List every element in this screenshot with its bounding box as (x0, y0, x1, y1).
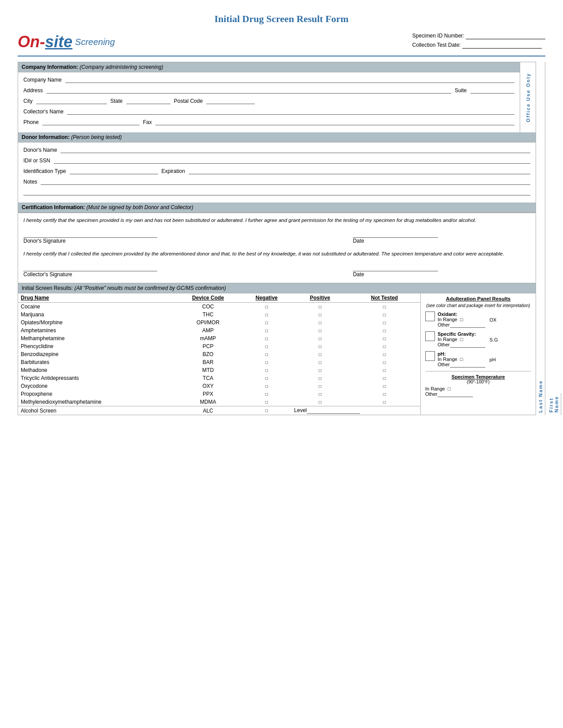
drug-name: Opiates/Morphine (18, 319, 174, 326)
ph-box (425, 351, 435, 361)
col-negative: Negative (242, 293, 291, 303)
fax-input[interactable] (155, 118, 514, 125)
state-input[interactable] (126, 97, 170, 104)
logo-text: On-site (18, 33, 72, 51)
city-input[interactable] (36, 97, 107, 104)
not-tested-checkbox[interactable]: □ (348, 319, 420, 326)
positive-checkbox[interactable]: □ (291, 311, 348, 319)
positive-checkbox[interactable]: □ (291, 303, 348, 311)
drug-name: Marijuana (18, 311, 174, 319)
not-tested-checkbox[interactable]: □ (348, 398, 420, 406)
negative-checkbox[interactable]: □ (242, 366, 291, 374)
collector-sig-row: Collector's Signature Date (23, 264, 530, 278)
donor-name-input[interactable] (60, 146, 530, 153)
postal-input[interactable] (206, 97, 255, 104)
negative-checkbox[interactable]: □ (242, 374, 291, 382)
sg-label: Specific Gravity: In Range □ Other (438, 331, 485, 348)
drug-name: Propoxphene (18, 390, 174, 398)
drug-code: THC (174, 311, 242, 319)
collector-sig-label: Collector's Signature (23, 271, 302, 278)
alcohol-level: Level (291, 406, 420, 415)
temp-title: Specimen Temperature (425, 374, 531, 379)
not-tested-checkbox[interactable]: □ (348, 350, 420, 358)
not-tested-checkbox[interactable]: □ (348, 358, 420, 366)
positive-checkbox[interactable]: □ (291, 342, 348, 350)
ph-label: pH: In Range □ Other (438, 351, 485, 368)
negative-checkbox[interactable]: □ (242, 358, 291, 366)
negative-checkbox[interactable]: □ (242, 382, 291, 390)
negative-checkbox[interactable]: □ (242, 334, 291, 342)
address-input[interactable] (46, 86, 451, 94)
positive-checkbox[interactable]: □ (291, 350, 348, 358)
positive-checkbox[interactable]: □ (291, 358, 348, 366)
drug-code: BZO (174, 350, 242, 358)
negative-checkbox[interactable]: □ (242, 398, 291, 406)
donor-date-line[interactable] (353, 231, 438, 238)
negative-checkbox[interactable]: □ (242, 311, 291, 319)
ssn-input[interactable] (54, 157, 530, 164)
adulteration-panel: Adulteration Panel Results (see color ch… (421, 293, 536, 415)
id-type-input[interactable] (70, 167, 158, 174)
sg-box (425, 331, 435, 341)
positive-checkbox[interactable]: □ (291, 374, 348, 382)
negative-checkbox[interactable]: □ (242, 350, 291, 358)
suite-input[interactable] (470, 86, 514, 94)
cert-fields: I hereby certify that the specimen provi… (18, 213, 536, 283)
alcohol-name: Alcohol Screen (18, 406, 174, 415)
positive-checkbox[interactable]: □ (291, 398, 348, 406)
drug-name: Benzodiazepine (18, 350, 174, 358)
adult-title: Adulteration Panel Results (425, 296, 531, 301)
donor-sig-line[interactable] (23, 231, 157, 238)
negative-checkbox[interactable]: □ (242, 342, 291, 350)
oxidant-item: Oxidant: In Range □ Other OX (425, 311, 531, 328)
negative-checkbox[interactable]: □ (242, 303, 291, 311)
positive-checkbox[interactable]: □ (291, 390, 348, 398)
drug-name: Phencyclidine (18, 342, 174, 350)
positive-checkbox[interactable]: □ (291, 319, 348, 326)
not-tested-checkbox[interactable]: □ (348, 382, 420, 390)
not-tested-checkbox[interactable]: □ (348, 334, 420, 342)
phone-input[interactable] (42, 118, 140, 125)
notes-line2 (23, 188, 530, 195)
not-tested-checkbox[interactable]: □ (348, 342, 420, 350)
negative-checkbox[interactable]: □ (242, 390, 291, 398)
collector-name-input[interactable] (67, 108, 514, 115)
notes-input[interactable] (41, 178, 530, 185)
col-not-tested: Not Tested (348, 293, 420, 303)
ph-abbr: pH (490, 357, 496, 362)
positive-checkbox[interactable]: □ (291, 334, 348, 342)
positive-checkbox[interactable]: □ (291, 382, 348, 390)
drug-code: OXY (174, 382, 242, 390)
drug-code: MDMA (174, 398, 242, 406)
form-header: On-site Screening Specimen ID Number: Co… (18, 33, 545, 56)
not-tested-checkbox[interactable]: □ (348, 366, 420, 374)
positive-checkbox[interactable]: □ (291, 366, 348, 374)
not-tested-checkbox[interactable]: □ (348, 326, 420, 334)
company-fields: Company Name Address Suite City St (18, 72, 520, 132)
collector-date-line[interactable] (353, 264, 438, 271)
temp-other: Other (425, 391, 531, 397)
drug-code: COC (174, 303, 242, 311)
not-tested-checkbox[interactable]: □ (348, 390, 420, 398)
not-tested-checkbox[interactable]: □ (348, 303, 420, 311)
collector-cert-text: I hereby certify that I collected the sp… (23, 250, 530, 257)
company-outer: Company Information: (Company administer… (18, 62, 536, 132)
logo-site: site (45, 33, 72, 51)
collector-sig-line[interactable] (23, 264, 157, 271)
specimen-info: Specimen ID Number: Collection Test Date… (412, 33, 545, 51)
results-header: Initial Screen Results: (All "Positive" … (18, 283, 536, 293)
negative-checkbox[interactable]: □ (242, 319, 291, 326)
drug-name: Oxycodone (18, 382, 174, 390)
not-tested-checkbox[interactable]: □ (348, 374, 420, 382)
oxidant-abbr: OX (490, 317, 497, 323)
company-name-input[interactable] (65, 76, 514, 83)
table-row: Phencyclidine PCP □ □ □ (18, 342, 420, 350)
expiration-input[interactable] (189, 167, 530, 174)
negative-checkbox[interactable]: □ (242, 326, 291, 334)
not-tested-checkbox[interactable]: □ (348, 311, 420, 319)
company-section-header: Company Information: (Company administer… (18, 62, 520, 72)
adult-subtitle: (see color chart and package insert for … (425, 303, 531, 308)
ph-item: pH: In Range □ Other pH (425, 351, 531, 368)
alcohol-checkbox[interactable]: □ (242, 406, 291, 415)
positive-checkbox[interactable]: □ (291, 326, 348, 334)
